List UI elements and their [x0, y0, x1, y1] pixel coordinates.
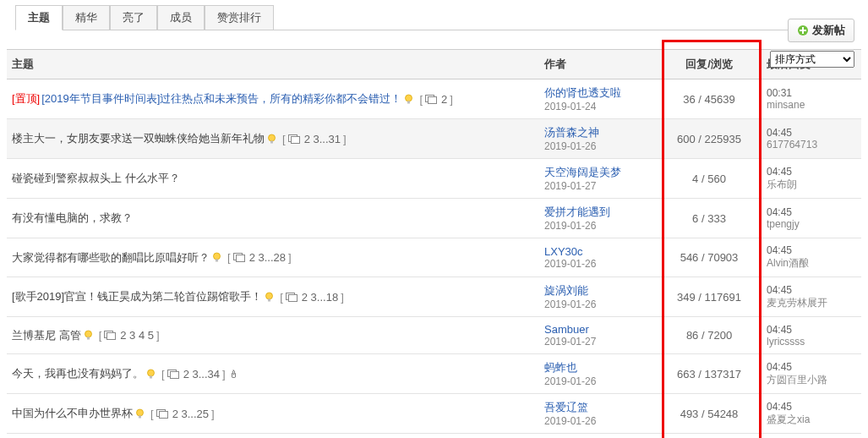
- pages-icon: [286, 292, 299, 303]
- svg-point-21: [148, 370, 155, 376]
- page-links[interactable]: [ 2 3...25 ]: [150, 408, 215, 420]
- tab-1[interactable]: 精华: [63, 5, 110, 30]
- post-date: 2019-01-26: [544, 258, 652, 270]
- author-link[interactable]: 汤普森之神: [544, 125, 652, 140]
- last-reply-user[interactable]: tpengjy: [767, 218, 856, 230]
- reply-view-count: 546 / 70903: [680, 251, 739, 264]
- last-reply-time: 04:45: [767, 284, 856, 296]
- reply-view-count: 6 / 333: [692, 212, 726, 225]
- plus-icon: [797, 25, 809, 36]
- last-reply-time: 04:45: [767, 361, 856, 373]
- author-link[interactable]: Sambuer: [544, 323, 652, 336]
- lightbulb-icon: [403, 94, 414, 105]
- sort-select-wrap: 排序方式: [770, 51, 854, 68]
- last-reply-time: 00:31: [767, 87, 856, 99]
- author-link[interactable]: 天空海阔是美梦: [544, 165, 652, 180]
- last-reply-time: 04:45: [767, 244, 856, 256]
- svg-rect-6: [270, 140, 273, 143]
- table-row: [置顶] [2019年节目事件时间表]过往热点和未来预告，所有的精彩你都不会错过…: [7, 79, 861, 119]
- thread-title[interactable]: 有没有懂电脑的，求教？: [12, 211, 133, 226]
- reply-view-count: 36 / 45639: [683, 93, 734, 106]
- last-reply-user[interactable]: 方圆百里小路: [767, 373, 856, 387]
- page-links[interactable]: [ 2 ]: [419, 93, 452, 106]
- reply-view-count: 600 / 225935: [677, 133, 741, 145]
- thread-title[interactable]: 中国为什么不申办世界杯: [12, 406, 133, 421]
- table-row: 大家觉得都有哪些歌的翻唱比原唱好听？ [ 2 3...28 ]LXY30c201…: [7, 238, 861, 277]
- lightbulb-icon: [264, 292, 275, 303]
- last-reply-user[interactable]: minsane: [767, 99, 856, 111]
- author-link[interactable]: LXY30c: [544, 245, 652, 258]
- author-link[interactable]: 旋涡刘能: [544, 283, 652, 298]
- page-links[interactable]: [ 2 3...31 ]: [282, 133, 347, 145]
- new-post-button[interactable]: 发新帖: [788, 19, 854, 42]
- page-links[interactable]: [ 2 3 4 5 ]: [99, 329, 160, 342]
- svg-rect-4: [429, 96, 437, 103]
- last-reply-user[interactable]: 乐布朗: [767, 178, 856, 192]
- lightbulb-icon: [266, 134, 277, 145]
- svg-rect-20: [107, 333, 116, 340]
- table-row: 楼主大一，女朋友要求送一双蜘蛛侠给她当新年礼物 [ 2 3...31 ]汤普森之…: [7, 119, 861, 159]
- svg-rect-18: [87, 337, 90, 340]
- thread-title[interactable]: 兰博基尼 高管: [12, 328, 81, 343]
- last-reply-time: 04:45: [767, 324, 856, 336]
- svg-rect-26: [139, 415, 141, 418]
- last-reply-user[interactable]: Alvin酒酿: [767, 256, 856, 271]
- post-date: 2019-01-26: [544, 220, 652, 232]
- author-link[interactable]: 吾爱辽篮: [544, 400, 652, 415]
- tab-bar: 主题精华亮了成员赞赏排行: [15, 5, 853, 30]
- svg-point-1: [406, 95, 412, 101]
- svg-rect-16: [288, 294, 297, 301]
- reply-view-count: 493 / 54248: [680, 408, 739, 420]
- svg-rect-14: [268, 298, 270, 301]
- reply-view-count: 4 / 560: [692, 172, 726, 185]
- last-reply-user[interactable]: lyricssss: [767, 336, 856, 348]
- page-links[interactable]: [ 2 3...28 ]: [227, 251, 292, 264]
- post-date: 2019-01-26: [544, 375, 652, 387]
- thread-title[interactable]: [2019年节目事件时间表]过往热点和未来预告，所有的精彩你都不会错过！: [41, 91, 401, 107]
- svg-rect-22: [150, 375, 152, 378]
- svg-point-17: [85, 331, 91, 337]
- svg-point-5: [269, 134, 276, 141]
- thread-title[interactable]: 楼主大一，女朋友要求送一双蜘蛛侠给她当新年礼物: [12, 131, 265, 146]
- tab-0[interactable]: 主题: [15, 5, 63, 30]
- thread-title[interactable]: [歌手2019]官宣！钱正昊成为第二轮首位踢馆歌手！: [12, 289, 262, 304]
- last-reply-user[interactable]: 617764713: [767, 139, 856, 151]
- thread-title[interactable]: 今天，我再也没有妈妈了。: [12, 366, 144, 381]
- last-reply-user[interactable]: 麦克劳林展开: [767, 296, 856, 310]
- reply-view-count: 349 / 117691: [677, 291, 741, 304]
- lightbulb-icon: [134, 408, 145, 419]
- tab-3[interactable]: 成员: [157, 5, 205, 30]
- svg-rect-10: [216, 260, 218, 262]
- post-date: 2019-01-26: [544, 140, 652, 152]
- pages-icon: [156, 408, 170, 419]
- post-date: 2019-01-27: [544, 180, 652, 192]
- thread-title[interactable]: 大家觉得都有哪些歌的翻唱比原唱好听？: [12, 250, 210, 266]
- pages-icon: [104, 330, 117, 341]
- page-links[interactable]: [ 2 3...18 ]: [280, 291, 344, 304]
- svg-rect-12: [236, 255, 244, 262]
- svg-rect-2: [407, 101, 410, 103]
- last-reply-user[interactable]: 盛夏之xia: [767, 413, 856, 427]
- thread-title[interactable]: 碰瓷碰到警察叔叔头上 什么水平？: [12, 171, 180, 186]
- reply-view-count: 86 / 7200: [686, 329, 732, 342]
- author-link[interactable]: 你的肾也透支啦: [544, 85, 652, 101]
- post-date: 2019-01-26: [544, 298, 652, 310]
- pages-icon: [167, 369, 181, 380]
- sort-select[interactable]: 排序方式: [770, 51, 854, 68]
- table-row: 碰瓷碰到警察叔叔头上 什么水平？天空海阔是美梦2019-01-274 / 560…: [7, 159, 861, 199]
- author-link[interactable]: 蚂蚱也: [544, 360, 652, 375]
- last-reply-time: 04:45: [767, 166, 856, 178]
- tab-4[interactable]: 赞赏排行: [205, 5, 274, 30]
- post-date: 2019-01-26: [544, 415, 652, 427]
- last-reply-time: 04:45: [767, 127, 856, 139]
- sticky-tag: [置顶]: [12, 91, 40, 107]
- table-row: 今天，我再也没有妈妈了。 [ 2 3...34 ] 🕯蚂蚱也2019-01-26…: [7, 354, 861, 394]
- svg-rect-28: [159, 411, 167, 418]
- reply-view-count: 663 / 137317: [677, 368, 741, 381]
- post-date: 2019-01-24: [544, 101, 652, 112]
- svg-point-9: [214, 253, 221, 260]
- table-row: 你会对你爸妈称呼为"您"吗 [ 2 3...50 ]风轻云淡543212019-…: [7, 434, 861, 438]
- author-link[interactable]: 爱拼才能遇到: [544, 205, 652, 220]
- page-links[interactable]: [ 2 3...34 ] 🕯: [161, 368, 239, 381]
- tab-2[interactable]: 亮了: [110, 5, 157, 30]
